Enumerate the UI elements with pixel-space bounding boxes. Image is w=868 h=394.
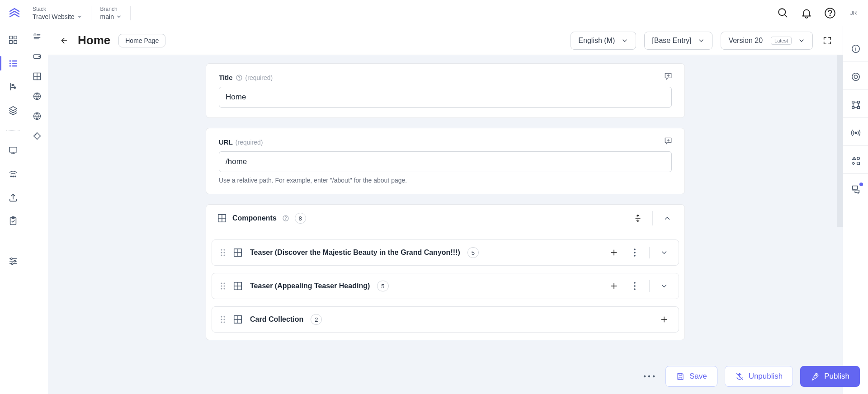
notifications-button[interactable] (800, 7, 813, 19)
caret-down-icon (77, 14, 82, 19)
component-row: Card Collection 2 (212, 306, 679, 333)
drag-handle[interactable] (220, 249, 226, 257)
help-circle-icon (282, 215, 289, 222)
svg-point-46 (224, 283, 225, 284)
help-circle-icon (236, 74, 243, 81)
grid-icon (233, 248, 243, 258)
base-entry-dropdown[interactable]: [Base Entry] (644, 32, 712, 50)
live-panel-button[interactable] (843, 120, 868, 145)
dots-horizontal-icon (643, 375, 656, 378)
text-lines-icon (33, 32, 42, 41)
svg-point-75 (816, 375, 817, 376)
svg-rect-12 (12, 66, 17, 67)
comment-add-button[interactable] (664, 72, 673, 81)
svg-point-73 (648, 375, 650, 377)
version-dropdown[interactable]: Version 20 Latest (721, 32, 813, 50)
nav-monitor[interactable] (8, 145, 19, 156)
svg-point-42 (634, 249, 636, 250)
stack-selector[interactable]: Travel Website (33, 13, 82, 20)
expand-component-button[interactable] (658, 246, 670, 259)
target-panel-button[interactable] (843, 64, 868, 89)
scrollbar[interactable] (837, 55, 843, 227)
add-component-button[interactable] (608, 280, 620, 292)
add-component-button[interactable] (658, 313, 670, 326)
expand-all-button[interactable] (632, 212, 644, 225)
component-field-count: 5 (467, 247, 479, 258)
monitor-icon (8, 145, 18, 155)
component-field-count: 5 (377, 281, 388, 291)
help-button[interactable] (824, 7, 836, 19)
shapes-panel-button[interactable] (843, 148, 868, 174)
component-title: Teaser (Discover the Majestic Beauty in … (250, 249, 460, 257)
nav-assets[interactable] (8, 105, 19, 116)
list-icon (8, 58, 18, 68)
svg-point-36 (224, 249, 225, 251)
content-type-pill: Home Page (118, 34, 165, 47)
collapse-section-button[interactable] (661, 212, 674, 225)
unpublish-button[interactable]: Unpublish (725, 366, 793, 387)
table-icon (33, 72, 42, 81)
relationship-panel-button[interactable] (843, 92, 868, 117)
drag-handle[interactable] (220, 282, 226, 290)
svg-point-60 (224, 322, 225, 323)
svg-point-49 (221, 288, 222, 290)
nav-upload[interactable] (8, 192, 19, 203)
section-globe-b[interactable] (32, 111, 42, 121)
url-input[interactable] (219, 151, 672, 172)
svg-point-56 (224, 316, 225, 318)
save-button[interactable]: Save (665, 366, 717, 387)
nav-wifi[interactable] (8, 169, 19, 179)
component-field-count: 2 (311, 314, 322, 325)
branch-selector[interactable]: main (100, 13, 121, 20)
bell-icon (801, 7, 812, 19)
section-tag[interactable] (32, 131, 42, 141)
section-grid[interactable] (32, 71, 42, 81)
search-button[interactable] (777, 7, 789, 19)
svg-point-25 (39, 56, 40, 57)
tree-icon (8, 82, 18, 92)
svg-point-74 (653, 375, 655, 377)
svg-rect-8 (12, 61, 17, 62)
nav-entries[interactable] (8, 58, 19, 69)
svg-rect-71 (857, 162, 859, 164)
expand-component-button[interactable] (658, 280, 670, 292)
back-button[interactable] (57, 34, 70, 47)
upload-icon (8, 192, 18, 202)
chevron-down-icon (660, 282, 668, 290)
title-input[interactable] (219, 87, 672, 108)
arrow-left-icon (58, 36, 68, 46)
title-field-label: Title (219, 74, 233, 81)
publish-button[interactable]: Publish (800, 366, 860, 387)
svg-point-38 (224, 252, 225, 253)
nav-content-types[interactable] (8, 81, 19, 92)
layers-icon (8, 105, 18, 115)
nav-dashboard[interactable] (8, 34, 19, 45)
locale-dropdown[interactable]: English (M) (571, 32, 636, 50)
chevron-down-icon (698, 37, 705, 44)
svg-point-48 (224, 286, 225, 287)
stack-label: Stack (33, 6, 82, 12)
more-actions-button[interactable] (640, 370, 658, 383)
globe-icon (33, 92, 42, 101)
chat-panel-button[interactable] (843, 176, 868, 202)
drag-handle[interactable] (220, 315, 226, 324)
user-avatar[interactable]: JR (847, 7, 860, 19)
comment-add-button[interactable] (664, 136, 673, 145)
svg-point-22 (14, 260, 15, 262)
svg-point-44 (634, 255, 636, 257)
nav-tasks[interactable] (8, 216, 19, 226)
component-more-button[interactable] (628, 280, 641, 292)
sliders-icon (8, 256, 18, 266)
component-more-button[interactable] (628, 246, 641, 259)
add-component-button[interactable] (608, 246, 620, 259)
info-panel-button[interactable] (843, 36, 868, 61)
section-media[interactable] (32, 52, 42, 61)
svg-rect-9 (9, 63, 11, 64)
plus-icon (660, 315, 669, 324)
nav-settings[interactable] (8, 256, 19, 267)
section-text[interactable] (32, 32, 42, 42)
svg-point-50 (224, 288, 225, 290)
section-globe-a[interactable] (32, 91, 42, 101)
expand-button[interactable] (821, 34, 834, 47)
component-row: Teaser (Discover the Majestic Beauty in … (212, 239, 679, 266)
